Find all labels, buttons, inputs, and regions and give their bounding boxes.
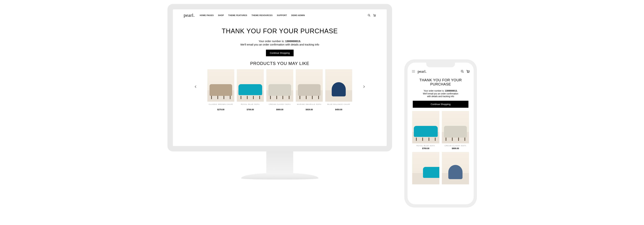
product-name: CREAM CLASSY SOFA: [442, 145, 469, 147]
product-card[interactable]: CLASSIC BROWN CHAIR $279.00: [207, 69, 234, 111]
product-image: [207, 69, 234, 102]
confirmation-subline: We'll email you an order confirmation wi…: [412, 92, 469, 98]
search-icon[interactable]: [368, 14, 370, 17]
product-image: [442, 111, 469, 143]
order-number-prefix: Your order number is:: [424, 90, 445, 92]
product-carousel: CLASSIC BROWN CHAIR $279.00 ROYAL BLUE S…: [180, 69, 380, 111]
product-card[interactable]: [442, 152, 469, 184]
desktop-header: pearl. HOME PAGES SHOP THEME FEATURES TH…: [173, 9, 387, 18]
svg-point-0: [368, 14, 370, 16]
header-icons: [368, 14, 376, 17]
nav-home-pages[interactable]: HOME PAGES: [200, 14, 214, 16]
svg-point-2: [374, 16, 374, 16]
product-image: [296, 69, 323, 102]
confirmation-subline-1: We'll email you an order confirmation: [423, 92, 458, 95]
order-number-line: Your order number is: 1300000013.: [180, 40, 380, 43]
monitor-neck: [266, 151, 293, 174]
product-name: ROYAL BLUE SOFA: [237, 103, 264, 107]
carousel-track: CLASSIC BROWN CHAIR $279.00 ROYAL BLUE S…: [207, 69, 352, 111]
product-card[interactable]: [412, 152, 439, 184]
product-image: [325, 69, 352, 102]
nav-demo-admin[interactable]: DEMO ADMIN: [291, 14, 305, 16]
mobile-product-grid: ROYAL BLUE SOFA $769.00 CREAM CLASSY SOF…: [412, 111, 469, 184]
nav-support[interactable]: SUPPORT: [277, 14, 287, 16]
order-number-value: 1300000013.: [445, 90, 458, 92]
search-icon[interactable]: [461, 70, 464, 73]
hamburger-menu-icon[interactable]: [412, 69, 416, 73]
order-number-line: Your order number is: 1300000013.: [412, 90, 469, 92]
product-price: $929.00: [296, 108, 323, 111]
order-number-value: 1300000013.: [285, 40, 301, 43]
confirmation-subline: We'll email you an order confirmation wi…: [180, 43, 380, 46]
page-title-line2: PURCHASE: [430, 82, 451, 86]
cart-icon[interactable]: [466, 70, 470, 73]
product-name: ROYAL BLUE SOFA: [412, 145, 439, 147]
svg-line-1: [370, 16, 370, 16]
confirmation-subline-2: with details and tracking info: [427, 95, 454, 98]
site-logo[interactable]: pearl.: [184, 13, 194, 18]
products-you-may-like-heading: PRODUCTS YOU MAY LIKE: [180, 61, 380, 66]
site-logo[interactable]: pearl.: [418, 69, 426, 74]
product-card[interactable]: BLUE BALANCE CHAIR $459.00: [325, 69, 352, 111]
product-price: $769.00: [237, 108, 264, 111]
phone-notch: [426, 63, 455, 67]
page-title: THANK YOU FOR YOUR PURCHASE: [180, 27, 380, 35]
product-price: $909.00: [442, 147, 469, 149]
product-name: MARINE SMARALD SOFA: [296, 103, 323, 107]
product-card[interactable]: MARINE SMARALD SOFA $929.00: [296, 69, 323, 111]
nav-theme-resources[interactable]: THEME RESOURCES: [252, 14, 272, 16]
product-price: $769.00: [412, 147, 439, 149]
svg-point-10: [468, 72, 469, 73]
svg-point-7: [461, 70, 463, 72]
monitor-frame: pearl. HOME PAGES SHOP THEME FEATURES TH…: [168, 4, 392, 151]
product-price: $909.00: [266, 108, 293, 111]
product-image: [442, 152, 469, 184]
cart-icon[interactable]: [373, 14, 376, 17]
product-card[interactable]: ROYAL BLUE SOFA $769.00: [237, 69, 264, 111]
desktop-monitor-device: pearl. HOME PAGES SHOP THEME FEATURES TH…: [168, 4, 392, 191]
product-price: $279.00: [207, 108, 234, 111]
product-image: [412, 152, 439, 184]
product-price: $459.00: [325, 108, 352, 111]
product-name: CLASSIC BROWN CHAIR: [207, 103, 234, 107]
monitor-screen: pearl. HOME PAGES SHOP THEME FEATURES TH…: [173, 9, 387, 146]
svg-point-3: [375, 16, 375, 16]
page-title: THANK YOU FOR YOUR PURCHASE: [412, 78, 469, 86]
monitor-base: [241, 173, 318, 179]
continue-shopping-button[interactable]: Continue Shopping: [413, 101, 468, 108]
product-image: [412, 111, 439, 143]
desktop-main: THANK YOU FOR YOUR PURCHASE Your order n…: [173, 18, 387, 111]
continue-shopping-button[interactable]: Continue Shopping: [266, 50, 294, 56]
mobile-phone-device: pearl. THANK YOU FOR YOUR PURCHASE: [405, 60, 476, 207]
carousel-prev-button[interactable]: [192, 84, 199, 90]
top-nav: HOME PAGES SHOP THEME FEATURES THEME RES…: [200, 14, 305, 16]
order-number-prefix: Your order number is:: [258, 40, 285, 43]
carousel-next-button[interactable]: [361, 84, 367, 90]
nav-theme-features[interactable]: THEME FEATURES: [228, 14, 247, 16]
product-card[interactable]: CREAM CLASSY SOFA $909.00: [266, 69, 293, 111]
svg-point-9: [467, 72, 468, 73]
mobile-header-icons: [461, 70, 470, 73]
product-image: [237, 69, 264, 102]
product-card[interactable]: ROYAL BLUE SOFA $769.00: [412, 111, 439, 149]
phone-screen: pearl. THANK YOU FOR YOUR PURCHASE: [408, 63, 474, 204]
product-name: CREAM CLASSY SOFA: [266, 103, 293, 107]
product-card[interactable]: CREAM CLASSY SOFA $909.00: [442, 111, 469, 149]
product-image: [266, 69, 293, 102]
mobile-main: THANK YOU FOR YOUR PURCHASE Your order n…: [408, 76, 474, 184]
product-name: BLUE BALANCE CHAIR: [325, 103, 352, 107]
svg-line-8: [463, 72, 464, 73]
page-title-line1: THANK YOU FOR YOUR: [420, 78, 462, 82]
nav-shop[interactable]: SHOP: [218, 14, 224, 16]
